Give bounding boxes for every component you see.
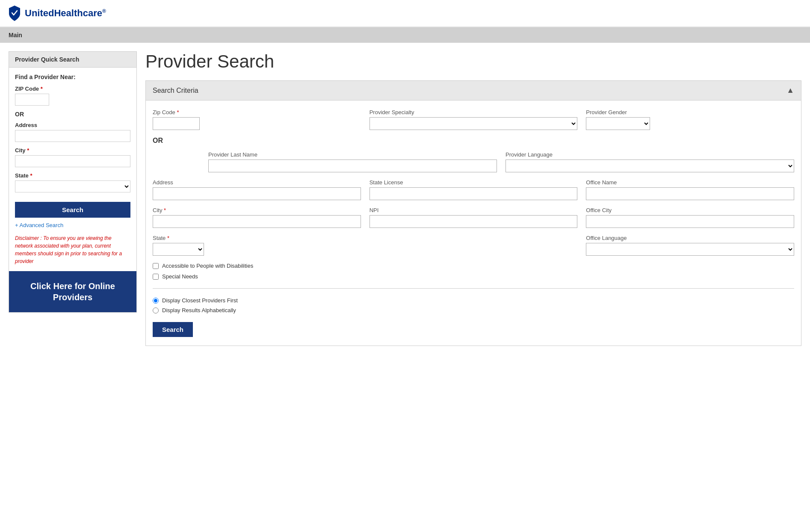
collapse-button[interactable]: ▲ (786, 86, 794, 95)
accessible-label: Accessible to People with Disabilities (162, 263, 253, 269)
main-content: Provider Quick Search Find a Provider Ne… (0, 43, 810, 355)
criteria-row-3: Address State License Office Name (153, 179, 794, 200)
state-license-label: State License (370, 179, 578, 186)
page-title: Provider Search (145, 51, 801, 72)
provider-gender-select[interactable]: Male Female (586, 117, 650, 130)
provider-language-select[interactable] (506, 160, 794, 172)
zip-code-col: Zip Code * (153, 109, 361, 130)
disclaimer-text: Disclaimer : To ensure you are viewing t… (15, 234, 130, 265)
online-providers-button[interactable]: Click Here for Online Providers (9, 271, 136, 312)
zip-code-input[interactable] (15, 94, 49, 106)
state-criteria-label: State * (153, 235, 361, 241)
state-group: State * AL AK AZ CA CO CT FL GA NY TX (15, 172, 130, 192)
provider-specialty-col: Provider Specialty (370, 109, 578, 130)
sort-closest-row: Display Closest Providers First (153, 297, 794, 304)
sidebar-body: Find a Provider Near: ZIP Code * OR Addr… (9, 68, 136, 271)
criteria-row-5: State * AL AK AZ CA FL NY TX (153, 235, 794, 256)
zip-code-criteria-input[interactable] (153, 117, 200, 130)
search-area: Provider Search Search Criteria ▲ Zip Co… (145, 51, 801, 346)
sort-options: Display Closest Providers First Display … (153, 297, 794, 313)
advanced-search-link[interactable]: + Advanced Search (15, 222, 130, 228)
address-criteria-label: Address (153, 179, 361, 186)
special-needs-checkbox[interactable] (153, 274, 159, 280)
office-name-label: Office Name (586, 179, 794, 186)
city-criteria-input[interactable] (153, 215, 361, 228)
city-input[interactable] (15, 155, 130, 167)
state-license-col: State License (370, 179, 578, 200)
city-required-star: * (27, 147, 29, 154)
office-city-input[interactable] (586, 215, 794, 228)
address-criteria-col: Address (153, 179, 361, 200)
state-required-star: * (30, 172, 32, 179)
special-needs-label: Special Needs (162, 273, 198, 280)
sidebar: Provider Quick Search Find a Provider Ne… (9, 51, 137, 313)
divider (153, 288, 794, 289)
provider-language-label: Provider Language (506, 151, 794, 158)
city-group: City * (15, 147, 130, 167)
provider-last-name-label: Provider Last Name (208, 151, 497, 158)
zip-required-star: * (41, 86, 43, 92)
office-language-select[interactable] (586, 243, 794, 256)
zip-code-label: ZIP Code * (15, 86, 130, 92)
sort-alpha-row: Display Results Alphabetically (153, 307, 794, 313)
office-language-col: Office Language (586, 235, 794, 256)
criteria-header: Search Criteria ▲ (146, 81, 801, 100)
provider-gender-col: Provider Gender Male Female (586, 109, 794, 130)
find-label: Find a Provider Near: (15, 74, 130, 80)
page-header: UnitedHealthcare® (0, 0, 810, 27)
criteria-row-1: Zip Code * Provider Specialty Provider G… (153, 109, 794, 130)
logo-text: UnitedHealthcare® (25, 8, 106, 19)
state-select[interactable]: AL AK AZ CA CO CT FL GA NY TX (15, 180, 130, 192)
criteria-panel: Search Criteria ▲ Zip Code * Provider Sp… (145, 80, 801, 346)
provider-language-col: Provider Language (506, 151, 794, 172)
state-criteria-select[interactable]: AL AK AZ CA FL NY TX (153, 243, 204, 256)
criteria-row-2: Provider Last Name Provider Language (153, 151, 794, 172)
accessible-checkbox-row: Accessible to People with Disabilities (153, 263, 794, 269)
office-name-input[interactable] (586, 187, 794, 200)
zip-code-group: ZIP Code * (15, 86, 130, 106)
address-label: Address (15, 122, 130, 128)
or-text: OR (15, 111, 130, 118)
city-label: City * (15, 147, 130, 154)
accessible-checkbox[interactable] (153, 263, 159, 269)
logo: UnitedHealthcare® (9, 5, 106, 21)
state-label: State * (15, 172, 130, 179)
provider-last-name-col: Provider Last Name (208, 151, 497, 172)
sort-alpha-label: Display Results Alphabetically (162, 307, 236, 313)
logo-reg: ® (102, 8, 106, 14)
sort-closest-label: Display Closest Providers First (162, 297, 238, 304)
criteria-body: Zip Code * Provider Specialty Provider G… (146, 100, 801, 346)
city-criteria-col: City * (153, 207, 361, 228)
address-group: Address (15, 122, 130, 142)
city-criteria-label: City * (153, 207, 361, 213)
sort-alpha-radio[interactable] (153, 307, 159, 313)
npi-label: NPI (370, 207, 578, 213)
zip-code-criteria-label: Zip Code * (153, 109, 361, 115)
address-input[interactable] (15, 130, 130, 142)
office-name-col: Office Name (586, 179, 794, 200)
or-criteria-label: OR (153, 137, 794, 145)
office-language-label: Office Language (586, 235, 794, 241)
npi-input[interactable] (370, 215, 578, 228)
provider-specialty-select[interactable] (370, 117, 578, 130)
bottom-search-button[interactable]: Search (153, 322, 193, 337)
criteria-title: Search Criteria (153, 87, 198, 95)
sort-closest-radio[interactable] (153, 298, 159, 304)
office-city-col: Office City (586, 207, 794, 228)
sidebar-header: Provider Quick Search (9, 52, 136, 68)
sidebar-title: Provider Quick Search (15, 56, 79, 63)
npi-col: NPI (370, 207, 578, 228)
shield-icon (9, 5, 21, 21)
state-license-input[interactable] (370, 187, 578, 200)
sidebar-search-button[interactable]: Search (15, 202, 130, 218)
state-criteria-col: State * AL AK AZ CA FL NY TX (153, 235, 361, 256)
provider-gender-label: Provider Gender (586, 109, 794, 115)
provider-last-name-input[interactable] (208, 160, 497, 172)
criteria-row-4: City * NPI Office City (153, 207, 794, 228)
nav-bar: Main (0, 27, 810, 43)
special-needs-checkbox-row: Special Needs (153, 273, 794, 280)
office-city-label: Office City (586, 207, 794, 213)
provider-specialty-label: Provider Specialty (370, 109, 578, 115)
address-criteria-input[interactable] (153, 187, 361, 200)
nav-main-link[interactable]: Main (9, 32, 22, 38)
